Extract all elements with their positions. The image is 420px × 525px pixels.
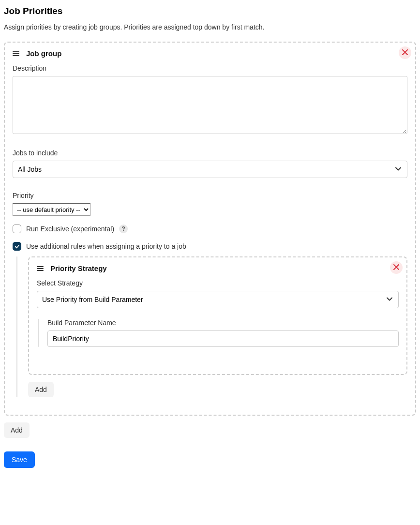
build-parameter-label: Build Parameter Name [47, 319, 399, 327]
jobs-to-include-select[interactable]: All Jobs [13, 161, 407, 178]
help-icon[interactable]: ? [119, 225, 128, 233]
job-group-header: Job group [26, 49, 61, 58]
close-icon [402, 49, 408, 57]
indent-line [38, 319, 39, 347]
delete-strategy-button[interactable] [390, 261, 403, 274]
save-button[interactable]: Save [4, 451, 35, 468]
jobs-to-include-label: Jobs to include [13, 149, 407, 157]
drag-handle-icon[interactable] [13, 51, 19, 56]
job-group-panel: Job group Description Jobs to include Al… [4, 42, 416, 416]
run-exclusive-checkbox[interactable] [13, 225, 21, 233]
select-strategy-label: Select Strategy [37, 279, 399, 287]
priority-strategy-header: Priority Strategy [50, 264, 107, 272]
priority-strategy-panel: Priority Strategy Select Strategy Use Pr… [28, 256, 407, 375]
page-title: Job Priorities [4, 6, 416, 16]
add-job-group-button[interactable]: Add [4, 422, 30, 438]
close-icon [393, 264, 399, 271]
additional-rules-label: Use additional rules when assigning a pr… [26, 242, 186, 250]
add-strategy-button[interactable]: Add [28, 382, 54, 397]
description-label: Description [13, 64, 407, 72]
delete-job-group-button[interactable] [399, 46, 411, 59]
build-parameter-input[interactable] [47, 330, 399, 347]
strategy-select[interactable]: Use Priority from Build Parameter [37, 291, 399, 308]
priority-label: Priority [13, 192, 407, 199]
drag-handle-icon[interactable] [37, 266, 44, 271]
indent-line [16, 256, 17, 397]
page-intro: Assign priorities by creating job groups… [4, 23, 416, 31]
priority-select[interactable]: -- use default priority -- [13, 203, 90, 216]
run-exclusive-label: Run Exclusive (experimental) [26, 225, 114, 233]
additional-rules-checkbox[interactable] [13, 242, 21, 251]
description-textarea[interactable] [13, 76, 407, 134]
